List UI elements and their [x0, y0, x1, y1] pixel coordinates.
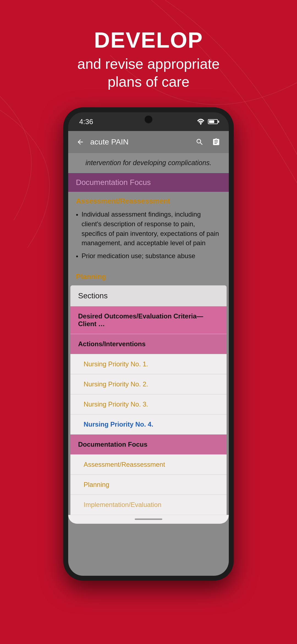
- phone-wrapper: 4:36: [0, 107, 297, 581]
- bullet-item-1: • Individual assessment findings, includ…: [76, 210, 221, 248]
- section-item-implementation[interactable]: Implementation/Evaluation: [70, 495, 227, 515]
- section-item-np3[interactable]: Nursing Priority No. 3.: [70, 394, 227, 414]
- section-item-assessment[interactable]: Assessment/Reassessment: [70, 455, 227, 475]
- section-item-label-8: Planning: [84, 481, 109, 488]
- camera-notch: [145, 116, 152, 123]
- bullet-dot-2: •: [76, 252, 78, 261]
- app-bar: acute PAIN: [68, 131, 229, 153]
- bullet-list: • Individual assessment findings, includ…: [68, 208, 229, 269]
- bullet-text-1: Individual assessment findings, includin…: [81, 210, 221, 248]
- section-item-label-5: Nursing Priority No. 4.: [84, 421, 153, 428]
- section-item-actions[interactable]: Actions/Interventions: [70, 334, 227, 354]
- status-icons: [197, 119, 218, 125]
- home-indicator-area: [68, 515, 229, 524]
- section-item-label-7: Assessment/Reassessment: [84, 461, 165, 468]
- section-item-label-4: Nursing Priority No. 3.: [84, 400, 148, 408]
- home-indicator: [135, 519, 162, 520]
- section-item-planning[interactable]: Planning: [70, 475, 227, 495]
- section-item-np4[interactable]: Nursing Priority No. 4.: [70, 414, 227, 435]
- clipboard-button[interactable]: [210, 136, 222, 148]
- subtitle-line1: and revise appropriate: [77, 56, 219, 72]
- section-item-np2[interactable]: Nursing Priority No. 2.: [70, 374, 227, 394]
- subtitle-line2: plans of care: [108, 74, 189, 90]
- svg-point-0: [200, 124, 201, 125]
- search-button[interactable]: [194, 136, 206, 148]
- battery-icon: [208, 119, 218, 124]
- sections-panel: Sections Desired Outcomes/Evaluation Cri…: [70, 285, 227, 515]
- section-item-label-6: Documentation Focus: [78, 441, 147, 448]
- bullet-text-2: Prior medication use; substance abuse: [81, 251, 195, 261]
- back-button[interactable]: [75, 137, 86, 148]
- bullet-item-2: • Prior medication use; substance abuse: [76, 251, 221, 261]
- section-item-label-0: Desired Outcomes/Evaluation Criteria—Cli…: [78, 312, 203, 328]
- app-bar-title: acute PAIN: [90, 138, 189, 146]
- continuation-content: intervention for developing complication…: [86, 159, 212, 167]
- planning-title: Planning: [68, 269, 229, 285]
- phone-screen: acute PAIN intervention for developing c…: [68, 131, 229, 576]
- wifi-icon: [197, 119, 205, 125]
- phone-device: 4:36: [63, 107, 234, 581]
- doc-focus-header: Documentation Focus: [68, 173, 229, 192]
- header-subtitle: and revise appropriate plans of care: [0, 55, 297, 91]
- status-time: 4:36: [79, 118, 93, 126]
- continuation-text: intervention for developing complication…: [68, 153, 229, 173]
- section-item-np1[interactable]: Nursing Priority No. 1.: [70, 354, 227, 374]
- section-item-label-1: Actions/Interventions: [78, 340, 145, 348]
- section-item-label-9: Implementation/Evaluation: [84, 501, 161, 508]
- develop-title: DEVELOP: [0, 28, 297, 53]
- section-item-doc-focus[interactable]: Documentation Focus: [70, 435, 227, 455]
- section-item-label-2: Nursing Priority No. 1.: [84, 360, 148, 368]
- status-bar: 4:36: [68, 112, 229, 131]
- assessment-title: Assessment/Reassessment: [68, 192, 229, 208]
- section-item-desired-outcomes[interactable]: Desired Outcomes/Evaluation Criteria—Cli…: [70, 306, 227, 334]
- section-item-label-3: Nursing Priority No. 2.: [84, 380, 148, 388]
- bullet-dot-1: •: [76, 210, 78, 248]
- sections-header: Sections: [70, 285, 227, 306]
- header-section: DEVELOP and revise appropriate plans of …: [0, 0, 297, 107]
